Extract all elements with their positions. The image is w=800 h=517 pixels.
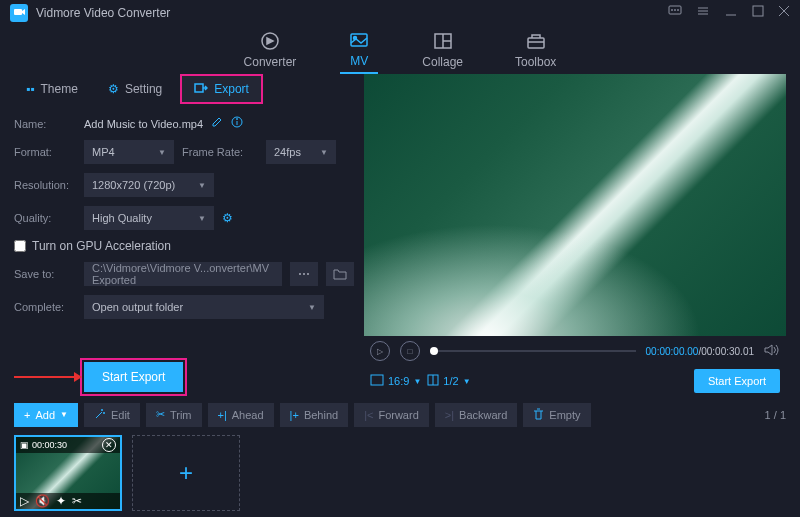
thumb-header: ▣ 00:00:30 ✕ xyxy=(16,437,120,453)
chevron-down-icon: ▼ xyxy=(463,377,471,386)
chevron-down-icon: ▼ xyxy=(413,377,421,386)
menu-icon[interactable] xyxy=(696,4,710,21)
thumb-duration: 00:00:30 xyxy=(32,440,67,450)
stop-button[interactable]: □ xyxy=(400,341,420,361)
mute-icon[interactable]: 🔇 xyxy=(35,494,50,508)
row-quality: Quality: High Quality▼ ⚙ xyxy=(14,206,354,230)
row-resolution: Resolution: 1280x720 (720p)▼ xyxy=(14,173,354,197)
quality-select[interactable]: High Quality▼ xyxy=(84,206,214,230)
edit-button[interactable]: Edit xyxy=(84,403,140,427)
comment-icon[interactable] xyxy=(668,4,682,21)
annotation-arrow xyxy=(14,376,74,378)
play-button[interactable]: ▷ xyxy=(370,341,390,361)
page-indicator[interactable]: 1/2 ▼ xyxy=(427,374,470,388)
tab-theme[interactable]: ▪▪ Theme xyxy=(14,74,90,104)
framerate-select[interactable]: 24fps▼ xyxy=(266,140,336,164)
effect-icon[interactable]: ✦ xyxy=(56,494,66,508)
plus-icon: + xyxy=(24,409,30,421)
start-export-button[interactable]: Start Export xyxy=(84,362,183,392)
svg-point-4 xyxy=(678,10,679,11)
svg-rect-24 xyxy=(371,375,383,385)
bottom-toolbar: + Add ▼ Edit ✂ Trim +| Ahead |+ Behind |… xyxy=(0,400,800,429)
forward-icon: |< xyxy=(364,409,373,421)
nav-mv[interactable]: MV xyxy=(340,25,378,74)
row-saveto: Save to: C:\Vidmore\Vidmore V...onverter… xyxy=(14,262,354,286)
main-area: ▪▪ Theme ⚙ Setting Export Name: Add Musi… xyxy=(0,74,800,396)
chevron-down-icon: ▼ xyxy=(198,181,206,190)
minimize-icon[interactable] xyxy=(724,4,738,21)
resolution-select[interactable]: 1280x720 (720p)▼ xyxy=(84,173,214,197)
preview-options: 16:9 ▼ 1/2 ▼ Start Export xyxy=(364,366,786,396)
empty-button[interactable]: Empty xyxy=(523,403,590,427)
svg-rect-18 xyxy=(528,38,544,48)
nav-label: Toolbox xyxy=(515,55,556,69)
aspect-ratio-select[interactable]: 16:9 ▼ xyxy=(370,374,421,388)
clip-thumbnail[interactable]: ▣ 00:00:30 ✕ ▷ 🔇 ✦ ✂ xyxy=(14,435,122,511)
btn-label: Forward xyxy=(378,409,418,421)
cut-icon[interactable]: ✂ xyxy=(72,494,82,508)
thumbnail-strip: ▣ 00:00:30 ✕ ▷ 🔇 ✦ ✂ + xyxy=(0,429,800,517)
page-value: 1/2 xyxy=(443,375,458,387)
backward-button[interactable]: >| Backward xyxy=(435,403,518,427)
settings-gear-icon[interactable]: ⚙ xyxy=(222,211,233,225)
ahead-button[interactable]: +| Ahead xyxy=(208,403,274,427)
progress-track[interactable] xyxy=(430,350,636,352)
titlebar-left: Vidmore Video Converter xyxy=(10,4,170,22)
backward-icon: >| xyxy=(445,409,454,421)
play-icon[interactable]: ▷ xyxy=(20,494,29,508)
gpu-label: Turn on GPU Acceleration xyxy=(32,239,171,253)
nav-label: Collage xyxy=(422,55,463,69)
tab-label: Theme xyxy=(41,82,78,96)
quality-label: Quality: xyxy=(14,212,76,224)
nav-toolbox[interactable]: Toolbox xyxy=(507,26,564,73)
chevron-down-icon: ▼ xyxy=(308,303,316,312)
row-gpu: Turn on GPU Acceleration xyxy=(14,239,354,253)
format-select[interactable]: MP4▼ xyxy=(84,140,174,164)
btn-label: Ahead xyxy=(232,409,264,421)
edit-icon[interactable] xyxy=(211,116,223,131)
nav-collage[interactable]: Collage xyxy=(414,26,471,73)
nav-converter[interactable]: Converter xyxy=(236,26,305,73)
maximize-icon[interactable] xyxy=(752,5,764,20)
tab-export[interactable]: Export xyxy=(180,74,263,104)
select-value: 24fps xyxy=(274,146,301,158)
forward-button[interactable]: |< Forward xyxy=(354,403,429,427)
volume-icon[interactable] xyxy=(764,343,780,360)
format-label: Format: xyxy=(14,146,76,158)
browse-button[interactable]: ⋯ xyxy=(290,262,318,286)
close-icon[interactable] xyxy=(778,5,790,20)
app-window: Vidmore Video Converter Converter MV Col… xyxy=(0,0,800,517)
ratio-icon xyxy=(370,374,384,388)
svg-point-2 xyxy=(672,10,673,11)
resolution-label: Resolution: xyxy=(14,179,76,191)
tab-setting[interactable]: ⚙ Setting xyxy=(96,74,174,104)
complete-select[interactable]: Open output folder▼ xyxy=(84,295,324,319)
video-preview[interactable] xyxy=(364,74,786,336)
framerate-label: Frame Rate: xyxy=(182,146,258,158)
svg-rect-20 xyxy=(195,84,203,92)
svg-point-23 xyxy=(237,119,238,120)
app-logo xyxy=(10,4,28,22)
trash-icon xyxy=(533,408,544,422)
start-export-main-button[interactable]: Start Export xyxy=(694,369,780,393)
gpu-checkbox[interactable] xyxy=(14,240,26,252)
open-folder-button[interactable] xyxy=(326,262,354,286)
add-button[interactable]: + Add ▼ xyxy=(14,403,78,427)
behind-button[interactable]: |+ Behind xyxy=(280,403,349,427)
scissors-icon: ✂ xyxy=(156,408,165,421)
svg-point-3 xyxy=(675,10,676,11)
chevron-down-icon: ▼ xyxy=(320,148,328,157)
tab-label: Setting xyxy=(125,82,162,96)
export-form: Name: Add Music to Video.mp4 Format: MP4… xyxy=(14,116,354,396)
remove-clip-icon[interactable]: ✕ xyxy=(102,438,116,452)
ratio-value: 16:9 xyxy=(388,375,409,387)
btn-label: Behind xyxy=(304,409,338,421)
film-icon: ▣ xyxy=(20,440,29,450)
select-value: Open output folder xyxy=(92,301,183,313)
total-time: 00:00:30.01 xyxy=(701,346,754,357)
panel-tabs: ▪▪ Theme ⚙ Setting Export xyxy=(14,74,354,104)
info-icon[interactable] xyxy=(231,116,243,131)
trim-button[interactable]: ✂ Trim xyxy=(146,403,202,427)
progress-handle[interactable] xyxy=(430,347,438,355)
add-clip-slot[interactable]: + xyxy=(132,435,240,511)
